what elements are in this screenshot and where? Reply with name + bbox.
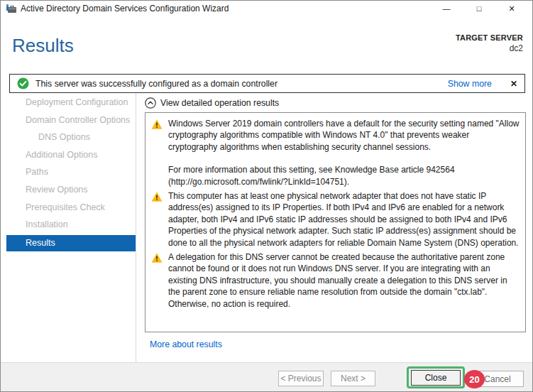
sidebar-item-domain-controller-options[interactable]: Domain Controller Options: [1, 111, 136, 129]
show-more-link[interactable]: Show more: [448, 79, 492, 89]
chevron-up-circle-icon: [145, 97, 156, 109]
wizard-steps-sidebar: Deployment Configuration Domain Controll…: [1, 94, 136, 251]
view-details-toggle[interactable]: View detailed operation results: [145, 97, 279, 109]
minimize-button[interactable]: —: [430, 1, 463, 16]
maximize-button[interactable]: □: [463, 1, 495, 16]
banner-message: This server was successfully configured …: [35, 79, 448, 89]
more-about-results-link[interactable]: More about results: [150, 339, 222, 349]
warning-item: Windows Server 2019 domain controllers h…: [151, 118, 520, 187]
banner-close-icon[interactable]: ✕: [510, 79, 517, 89]
sidebar-item-results[interactable]: Results: [6, 235, 136, 251]
target-server-label: TARGET SERVER: [456, 33, 523, 42]
warning-icon: [151, 191, 163, 249]
operation-results-box: Windows Server 2019 domain controllers h…: [145, 112, 526, 332]
close-window-button[interactable]: ✕: [495, 1, 528, 16]
target-server-value: dc2: [456, 43, 523, 53]
warning-icon: [151, 119, 163, 187]
warning-item: This computer has at least one physical …: [151, 190, 520, 249]
sidebar-item-dns-options[interactable]: DNS Options: [1, 129, 136, 146]
wizard-window: Active Directory Domain Services Configu…: [0, 0, 533, 392]
warning-item: A delegation for this DNS server cannot …: [151, 251, 520, 310]
sidebar-item-deployment-configuration[interactable]: Deployment Configuration: [1, 94, 136, 111]
warning-text: A delegation for this DNS server cannot …: [168, 251, 520, 310]
sidebar-divider: [136, 93, 136, 363]
sidebar-item-installation[interactable]: Installation: [1, 216, 136, 234]
sidebar-item-review-options[interactable]: Review Options: [1, 181, 136, 199]
next-button[interactable]: Next >: [331, 371, 375, 386]
previous-button[interactable]: < Previous: [278, 371, 324, 386]
warning-text: Windows Server 2019 domain controllers h…: [168, 118, 520, 187]
success-banner: This server was successfully configured …: [9, 74, 525, 93]
view-details-label: View detailed operation results: [160, 98, 279, 108]
app-icon: [6, 3, 17, 14]
sidebar-item-prerequisites-check[interactable]: Prerequisites Check: [1, 199, 136, 217]
sidebar-item-additional-options[interactable]: Additional Options: [1, 146, 136, 164]
target-server-block: TARGET SERVER dc2: [456, 33, 523, 53]
close-button[interactable]: Close: [411, 370, 461, 386]
page-title: Results: [12, 35, 74, 57]
success-check-icon: [17, 77, 29, 89]
step-number-badge: 20: [464, 370, 485, 388]
sidebar-item-paths[interactable]: Paths: [1, 163, 136, 181]
warning-icon: [151, 252, 163, 310]
warning-text: This computer has at least one physical …: [168, 190, 520, 249]
window-title: Active Directory Domain Services Configu…: [21, 4, 229, 13]
title-bar: Active Directory Domain Services Configu…: [1, 1, 532, 16]
